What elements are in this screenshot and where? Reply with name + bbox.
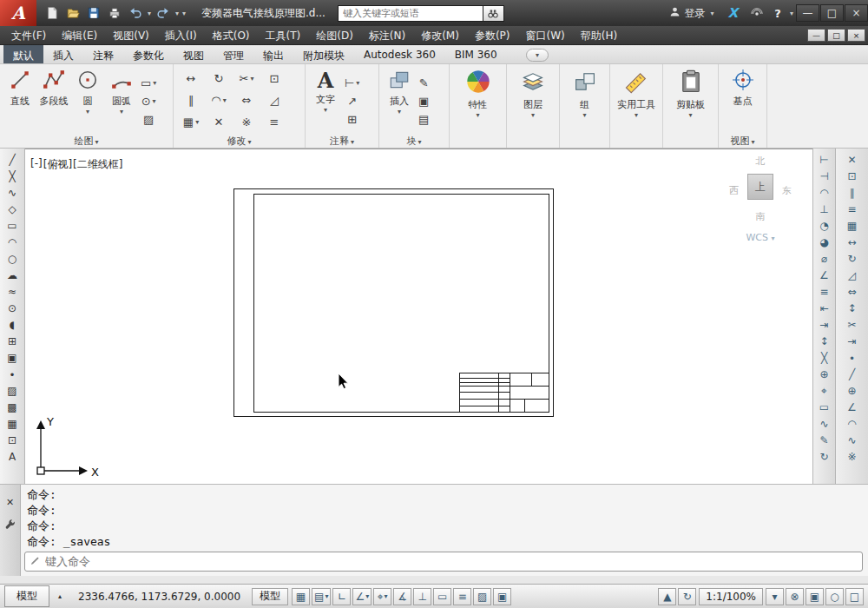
doc-restore-button[interactable]: □: [827, 29, 845, 42]
qat-customize-caret-icon[interactable]: ▾: [181, 10, 187, 17]
jogged-linear-icon[interactable]: ∿: [816, 415, 833, 432]
quick-dimension-icon[interactable]: ≡: [816, 283, 833, 300]
chamfer-icon[interactable]: ∠: [844, 399, 861, 415]
annotate-panel-caret-icon[interactable]: ▾: [351, 138, 354, 146]
arc-caret-icon[interactable]: ▾: [120, 109, 123, 116]
basepoint-button[interactable]: 基点: [719, 64, 766, 108]
view-panel-caret-icon[interactable]: ▾: [751, 138, 754, 146]
block-panel-caret-icon[interactable]: ▾: [418, 138, 421, 146]
gradient-icon[interactable]: ▩: [3, 399, 21, 415]
redo-button[interactable]: [153, 3, 174, 23]
trim-icon[interactable]: ✂▾: [240, 72, 254, 85]
erase-icon[interactable]: ✕: [214, 116, 224, 129]
draw-panel-footer[interactable]: 绘图▾: [0, 135, 173, 146]
doc-close-button[interactable]: ×: [847, 29, 865, 42]
circle-icon[interactable]: ○: [3, 250, 21, 267]
draw-panel-caret-icon[interactable]: ▾: [95, 138, 98, 146]
model-space-button[interactable]: 模型: [252, 588, 288, 605]
tab-output[interactable]: 输出: [253, 45, 293, 63]
explode-icon[interactable]: ※: [242, 116, 252, 129]
construction-line-icon[interactable]: ╳: [3, 168, 21, 184]
modify-panel-caret-icon[interactable]: ▾: [247, 138, 251, 146]
group-button[interactable]: 组 ▾: [560, 64, 609, 119]
doc-minimize-button[interactable]: —: [807, 29, 825, 42]
transparency-icon[interactable]: ▨: [473, 588, 491, 605]
ortho-mode-icon[interactable]: ∟: [332, 588, 351, 605]
redo-caret-icon[interactable]: ▾: [174, 10, 181, 17]
quick-properties-icon[interactable]: ▣: [493, 588, 511, 605]
region-icon[interactable]: ▦: [3, 415, 21, 432]
array-icon[interactable]: ▦▾: [183, 116, 199, 129]
annotation-scale-caret-icon[interactable]: ▾: [766, 588, 784, 605]
menu-edit[interactable]: 编辑(E): [54, 26, 105, 45]
rotate-icon[interactable]: ↻: [844, 250, 861, 267]
communication-center-icon[interactable]: [746, 3, 767, 23]
rectangle-icon[interactable]: ▭▾: [141, 76, 156, 90]
create-block-icon[interactable]: ▣: [418, 94, 429, 109]
properties-button[interactable]: 特性 ▾: [450, 64, 506, 119]
menu-draw[interactable]: 绘图(D): [308, 26, 361, 45]
menu-dimension[interactable]: 标注(N): [361, 26, 413, 45]
clean-screen-icon[interactable]: □: [845, 588, 864, 605]
menu-modify[interactable]: 修改(M): [413, 26, 467, 45]
stretch-icon[interactable]: ⇔: [844, 283, 861, 300]
scale-icon[interactable]: ◿: [270, 94, 279, 107]
ellipse-arc-icon[interactable]: ◖: [3, 316, 21, 333]
dim-arc-length-icon[interactable]: ◠: [816, 184, 833, 201]
rotate-icon[interactable]: ↻: [214, 72, 224, 85]
tab-home[interactable]: 默认: [3, 45, 43, 63]
hatch-icon[interactable]: ▨: [3, 382, 21, 399]
center-mark-icon[interactable]: ⌖: [816, 382, 833, 399]
mirror-icon[interactable]: ∥: [188, 94, 194, 107]
fillet-icon[interactable]: ◠: [844, 415, 861, 432]
dim-angular-icon[interactable]: ∠: [816, 267, 833, 283]
wcs-caret-icon[interactable]: ▾: [772, 235, 775, 242]
array-icon[interactable]: ▦: [844, 217, 861, 234]
dim-radius-icon[interactable]: ◔: [816, 217, 833, 234]
properties-caret-icon[interactable]: ▾: [476, 112, 479, 119]
lineweight-icon[interactable]: ≡: [453, 588, 471, 605]
dim-break-icon[interactable]: ╳: [816, 349, 833, 366]
dim-update-icon[interactable]: ↻: [816, 448, 833, 465]
layers-caret-icon[interactable]: ▾: [531, 112, 535, 119]
annotation-scale-button[interactable]: 1:1/100%: [699, 588, 763, 605]
command-customize-wrench-icon[interactable]: [4, 519, 16, 532]
viewcube-east-label[interactable]: 东: [782, 184, 792, 197]
dim-linear-icon[interactable]: ⊢: [816, 151, 833, 168]
paste-button[interactable]: 剪贴板 ▾: [663, 64, 718, 119]
copy-icon[interactable]: ⊡: [844, 168, 861, 184]
tab-a360[interactable]: Autodesk 360: [354, 45, 445, 63]
close-button[interactable]: ×: [845, 4, 868, 22]
tab-bim360[interactable]: BIM 360: [445, 45, 507, 63]
line-icon[interactable]: ╱: [3, 151, 21, 168]
viewcube-top-face[interactable]: 上: [747, 174, 773, 200]
clipboard-caret-icon[interactable]: ▾: [688, 112, 692, 119]
explode-icon[interactable]: ※: [844, 448, 861, 465]
object-snap-icon-caret[interactable]: ▾: [385, 593, 388, 600]
table-icon[interactable]: ⊡: [3, 432, 21, 448]
rectangle-icon[interactable]: ▭: [3, 217, 21, 234]
polar-tracking-icon-caret[interactable]: ▾: [365, 593, 369, 600]
tab-annotate[interactable]: 注释: [83, 45, 123, 63]
tab-addins[interactable]: 附加模块: [293, 45, 354, 63]
ellipse-icon[interactable]: ⊙▾: [141, 94, 156, 109]
search-input[interactable]: [338, 5, 483, 22]
polar-tracking-icon[interactable]: ∠▾: [352, 588, 372, 605]
text-button[interactable]: A 文字 ▾: [311, 69, 340, 127]
command-input-box[interactable]: [24, 552, 863, 572]
help-button[interactable]: ?: [767, 3, 788, 23]
exchange-apps-icon[interactable]: X: [727, 5, 738, 21]
sign-in[interactable]: 登录 ▾: [669, 6, 715, 21]
point-icon[interactable]: ∙: [3, 366, 21, 382]
coordinate-display[interactable]: 2336.4766, 1173.6729, 0.0000: [70, 591, 248, 603]
layout-tab-menu-icon[interactable]: ▴: [53, 589, 67, 605]
copy-icon[interactable]: ⊡: [270, 72, 279, 85]
polyline-button[interactable]: 多段线: [39, 69, 69, 127]
tab-insert[interactable]: 插入: [43, 45, 83, 63]
spline-icon[interactable]: ≈: [3, 283, 21, 300]
dim-baseline-icon[interactable]: ⇤: [816, 300, 833, 316]
revision-cloud-icon[interactable]: ☁: [3, 267, 21, 283]
insert-caret-icon[interactable]: ▾: [398, 109, 401, 116]
viewcube[interactable]: 北 西 东 南 上 WCS ▾: [729, 155, 792, 245]
dim-aligned-icon[interactable]: ⊣: [816, 168, 833, 184]
